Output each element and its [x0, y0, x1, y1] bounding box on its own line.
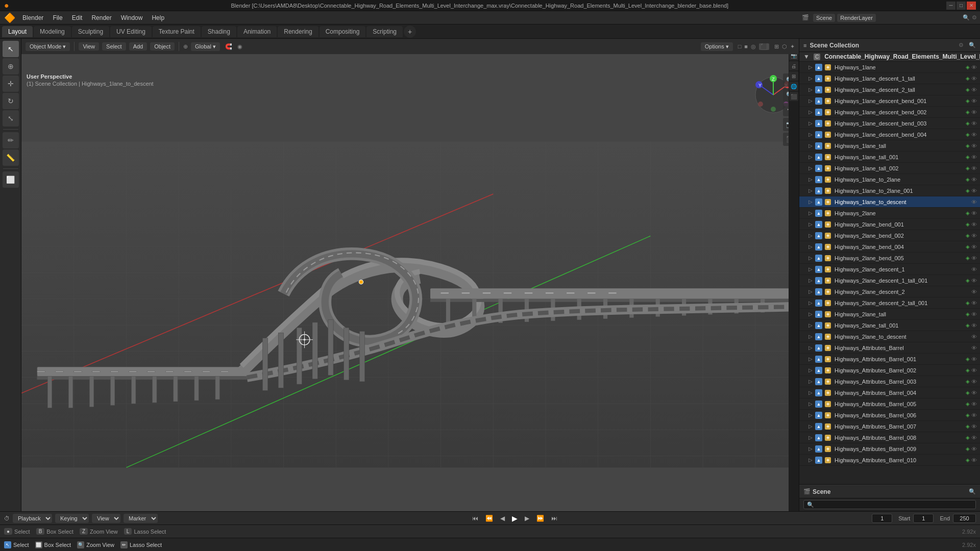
menu-blender[interactable]: Blender [18, 13, 47, 22]
outliner-item-11[interactable]: ▷ ▲ ◈ Highways_1lane_to_2lane_001 ◈ 👁 [799, 185, 980, 196]
outliner-item-35[interactable]: ▷ ▲ ◈ Highways_Attributes_Barrel_010 ◈ 👁 [799, 455, 980, 466]
minimize-button[interactable]: ─ [946, 2, 955, 10]
outliner-item-27[interactable]: ▷ ▲ ◈ Highways_Attributes_Barrel_002 ◈ 👁 [799, 365, 980, 376]
outliner-item-8[interactable]: ▷ ▲ ◈ Highways_1lane_tall_001 ◈ 👁 [799, 152, 980, 163]
outliner-item-30[interactable]: ▷ ▲ ◈ Highways_Attributes_Barrel_005 ◈ 👁 [799, 398, 980, 410]
visibility-icon[interactable]: 👁 [971, 132, 977, 138]
visibility-icon[interactable]: 👁 [971, 233, 977, 239]
view-dropdown[interactable]: View [92, 514, 120, 523]
outliner-item-24[interactable]: ▷ ▲ ◈ Highways_2lane_to_descent 👁 [799, 331, 980, 342]
expand-all-icon[interactable]: ▼ [803, 53, 810, 60]
outliner-item-34[interactable]: ▷ ▲ ◈ Highways_Attributes_Barrel_009 ◈ 👁 [799, 443, 980, 455]
play-button[interactable]: ▶ [510, 513, 520, 523]
options-button[interactable]: Options ▾ [701, 42, 733, 51]
visibility-icon[interactable]: 👁 [971, 278, 977, 284]
visibility-icon[interactable]: 👁 [971, 177, 977, 183]
end-frame-input[interactable] [953, 514, 976, 523]
visibility-icon[interactable]: 👁 [971, 120, 977, 127]
tab-compositing[interactable]: Compositing [320, 26, 366, 37]
add-menu-button[interactable]: Add [129, 42, 148, 51]
rotate-tool-button[interactable]: ↻ [3, 93, 19, 109]
outliner-item-2[interactable]: ▷ ▲ ◈ Highways_1lane_descent_2_tall ◈ 👁 [799, 84, 980, 95]
menu-window[interactable]: Window [117, 13, 147, 22]
playback-dropdown[interactable]: Playback [13, 514, 52, 523]
visibility-icon[interactable]: 👁 [971, 379, 977, 385]
world-props-icon-button[interactable]: 🌐 [789, 82, 798, 91]
menu-help[interactable]: Help [148, 13, 168, 22]
output-props-icon-button[interactable]: 🖨 [789, 61, 798, 70]
transform-orientation-dropdown[interactable]: Global ▾ [191, 42, 220, 51]
visibility-icon[interactable]: 👁 [971, 76, 977, 82]
viewport-shading-solid-icon[interactable]: ■ [744, 43, 748, 49]
visibility-icon[interactable]: 👁 [971, 98, 977, 104]
visibility-icon[interactable]: 👁 [971, 446, 977, 452]
outliner-item-33[interactable]: ▷ ▲ ◈ Highways_Attributes_Barrel_008 ◈ 👁 [799, 432, 980, 443]
outliner-search-icon[interactable]: 🔍 [969, 42, 976, 48]
tab-scripting[interactable]: Scripting [366, 26, 403, 37]
visibility-icon[interactable]: 👁 [971, 289, 977, 295]
scene-search-input[interactable] [803, 500, 976, 509]
prev-keyframe-button[interactable]: ⏪ [483, 514, 495, 523]
visibility-icon[interactable]: 👁 [971, 345, 977, 351]
visibility-icon[interactable]: 👁 [971, 199, 977, 205]
visibility-icon[interactable]: 👁 [971, 210, 977, 216]
add-cube-button[interactable]: ⬜ [3, 171, 19, 188]
outliner-item-22[interactable]: ▷ ▲ ◈ Highways_2lane_tall ◈ 👁 [799, 309, 980, 320]
outliner-item-31[interactable]: ▷ ▲ ◈ Highways_Attributes_Barrel_006 ◈ 👁 [799, 410, 980, 421]
visibility-icon[interactable]: 👁 [971, 401, 977, 407]
visibility-icon[interactable]: 👁 [971, 311, 977, 317]
measure-tool-button[interactable]: 📏 [3, 149, 19, 166]
outliner-item-18[interactable]: ▷ ▲ ◈ Highways_2lane_descent_1 👁 [799, 264, 980, 275]
jump-start-button[interactable]: ⏮ [470, 514, 480, 523]
close-button[interactable]: ✕ [967, 2, 976, 10]
visibility-icon[interactable]: 👁 [971, 244, 977, 250]
outliner-item-23[interactable]: ▷ ▲ ◈ Highways_2lane_tall_001 ◈ 👁 [799, 320, 980, 331]
visibility-icon[interactable]: 👁 [971, 423, 977, 430]
current-frame-input[interactable] [872, 514, 892, 523]
menu-file[interactable]: File [48, 13, 66, 22]
outliner-item-9[interactable]: ▷ ▲ ◈ Highways_1lane_tall_002 ◈ 👁 [799, 163, 980, 174]
visibility-icon[interactable]: 👁 [971, 64, 977, 70]
outliner-item-29[interactable]: ▷ ▲ ◈ Highways_Attributes_Barrel_004 ◈ 👁 [799, 387, 980, 398]
menu-edit[interactable]: Edit [68, 13, 87, 22]
outliner-item-7[interactable]: ▷ ▲ ◈ Highways_1lane_tall ◈ 👁 [799, 140, 980, 152]
next-keyframe-button[interactable]: ⏩ [534, 514, 546, 523]
outliner-item-10[interactable]: ▷ ▲ ◈ Highways_1lane_to_2lane ◈ 👁 [799, 174, 980, 185]
tab-shading[interactable]: Shading [202, 26, 236, 37]
properties-search-input[interactable] [803, 500, 976, 509]
proportional-edit-icon[interactable]: ◉ [237, 43, 242, 50]
prev-frame-button[interactable]: ◀ [498, 514, 507, 523]
overlay-toggle-icon[interactable]: ⊞ [774, 43, 779, 50]
visibility-icon[interactable]: 👁 [971, 143, 977, 149]
snap-icon[interactable]: 🧲 [225, 43, 232, 50]
outliner-item-5[interactable]: ▷ ▲ ◈ Highways_1lane_descent_bend_003 ◈ … [799, 118, 980, 129]
add-workspace-button[interactable]: + [404, 26, 416, 38]
scene-selector[interactable]: Scene [813, 14, 835, 22]
visibility-icon[interactable]: 👁 [971, 165, 977, 171]
visibility-icon[interactable]: 👁 [971, 334, 977, 340]
maximize-button[interactable]: □ [957, 2, 966, 10]
outliner-item-17[interactable]: ▷ ▲ ◈ Highways_2lane_bend_005 ◈ 👁 [799, 253, 980, 264]
xray-toggle-icon[interactable]: ⬡ [782, 43, 787, 50]
outliner-item-0[interactable]: ▷ ▲ ◈ Highways_1lane ◈ 👁 [799, 62, 980, 73]
outliner-item-32[interactable]: ▷ ▲ ◈ Highways_Attributes_Barrel_007 ◈ 👁 [799, 421, 980, 432]
visibility-icon[interactable]: 👁 [971, 154, 977, 160]
marker-dropdown[interactable]: Marker [124, 514, 158, 523]
visibility-icon[interactable]: 👁 [971, 390, 977, 396]
outliner-item-28[interactable]: ▷ ▲ ◈ Highways_Attributes_Barrel_003 ◈ 👁 [799, 376, 980, 387]
renderlayer-selector[interactable]: RenderLayer [837, 14, 876, 22]
view-layer-props-icon-button[interactable]: ⊞ [789, 71, 798, 81]
visibility-icon[interactable]: 👁 [971, 255, 977, 261]
outliner-item-14[interactable]: ▷ ▲ ◈ Highways_2lane_bend_001 ◈ 👁 [799, 219, 980, 230]
start-frame-input[interactable] [913, 514, 934, 523]
viewport-shading-rendered-icon[interactable]: ⬛ [759, 43, 769, 50]
menu-render[interactable]: Render [87, 13, 115, 22]
outliner-item-15[interactable]: ▷ ▲ ◈ Highways_2lane_bend_002 ◈ 👁 [799, 230, 980, 241]
keying-dropdown[interactable]: Keying [55, 514, 89, 523]
visibility-icon[interactable]: 👁 [971, 109, 977, 115]
object-props-icon-button[interactable]: ⬛ [789, 92, 798, 101]
tab-texture-paint[interactable]: Texture Paint [153, 26, 201, 37]
select-menu-button[interactable]: Select [102, 42, 126, 51]
tab-rendering[interactable]: Rendering [278, 26, 318, 37]
outliner-filter-icon[interactable]: ⚙ [959, 42, 964, 48]
